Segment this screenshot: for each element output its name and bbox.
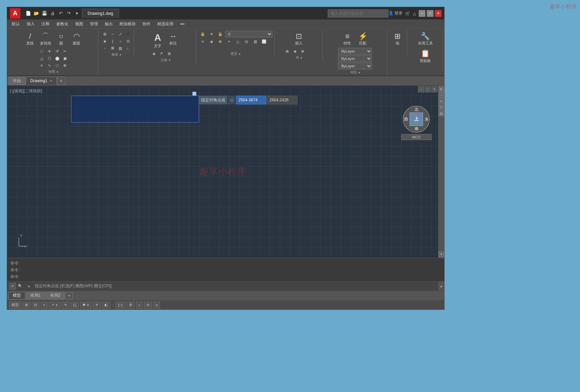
close-button[interactable]: ✕ [435,10,442,17]
tab-add[interactable]: + [57,77,65,85]
transparency-button[interactable]: ◐ [102,302,110,308]
layer-tool2[interactable]: ◈ [208,38,215,45]
layout-tab-layout1[interactable]: 布局1 [26,292,45,299]
layer-tool5[interactable]: △ [234,38,241,45]
menu-default[interactable]: 默认 [8,20,23,28]
draw-tool10[interactable]: ∿ [46,62,53,69]
grid-button[interactable]: ⊞ [23,302,30,308]
qa-dropdown[interactable]: ▾ [73,10,80,17]
draw-tool7[interactable]: ⬤ [54,55,61,62]
login-button[interactable]: 👤 登录 [388,10,402,16]
orbit-button[interactable]: ↺ [439,105,444,110]
zoom-in-btn[interactable]: + [136,302,143,308]
menu-insert[interactable]: 插入 [23,20,38,28]
view-button[interactable]: ▤ [439,111,444,116]
move-tool[interactable]: ✛ [46,48,53,55]
ortho-button[interactable]: ⌖ [41,302,47,308]
layer-tool4[interactable]: ⌖ [225,38,233,45]
selection-handle[interactable] [192,92,196,96]
open-button[interactable]: 📂 [33,10,40,17]
menu-more[interactable]: ••• [177,21,188,28]
layer-icon3[interactable]: 🔓 [217,31,224,37]
menu-btn[interactable]: ≡ [153,302,160,308]
utilities-tool[interactable]: 🔧 实用工具 [417,31,434,47]
annotation-group-label[interactable]: 注释 ▾ [161,57,170,63]
modify-tool5[interactable]: ◈ [101,38,108,44]
zoom-pan-button[interactable]: ⊕ [439,87,444,92]
zoom-out-btn[interactable]: ⊖ [144,302,152,308]
modify-tool9[interactable]: ◦ [101,45,108,52]
modify-tool4[interactable]: ⬛ [124,31,132,37]
coord-x-input[interactable] [236,96,266,104]
cmd-clear-button[interactable]: ✕ [9,283,16,290]
lineweight-button[interactable]: ✕ [93,302,101,308]
save-button[interactable]: 💾 [41,10,48,17]
osnap-button[interactable]: ✕ [62,302,69,308]
layer-tool6[interactable]: ◎ [243,38,250,45]
modify-tool12[interactable]: ∟ [124,45,132,52]
text-tool[interactable]: A 文字 [150,31,165,50]
menu-annotation[interactable]: 注释 [38,20,53,28]
draw-tool8[interactable]: ▣ [61,55,69,62]
match-tool[interactable]: ⚡ 匹配 [355,31,370,47]
otrack-button[interactable]: ◱ [71,302,79,308]
layer-icon2[interactable]: ☀ [208,31,215,37]
model-status[interactable]: 模型 [9,302,21,308]
menu-view[interactable]: 视图 [72,20,87,28]
coord-toggle-icon[interactable]: ⊡ [228,96,235,104]
ann-tool1[interactable]: ◈ [150,51,158,57]
arc-tool[interactable]: ◠ 圆弧 [69,31,84,47]
rect-tool[interactable]: □ [38,48,45,55]
lineweight-select[interactable]: ByLayer [338,63,372,69]
cart-icon[interactable]: 🛒 [405,11,410,16]
layer-tool3[interactable]: ⊕ [217,38,224,45]
cmd-search-button[interactable]: 🔍 [17,283,24,290]
menu-parametric[interactable]: 参数化 [53,20,72,28]
command-input[interactable] [114,284,438,289]
cmd-scroll[interactable]: ▲ [438,282,444,291]
menu-addons[interactable]: 附加模块 [116,20,139,28]
rotate-tool[interactable]: ↺ [54,48,61,55]
circle-tool[interactable]: ○ 圆 [54,31,68,47]
polyline-tool[interactable]: ⌒ 多段线 [38,31,53,47]
dimension-tool[interactable]: ↔ 标注 [166,31,181,47]
dynin-button[interactable]: ✱ ∧ [80,302,92,308]
snap-button[interactable]: ⊟ [32,302,39,308]
menu-featured[interactable]: 精选应用 [154,20,177,28]
layer-tool8[interactable]: ⬜ [260,38,268,45]
modify-tool3[interactable]: ⤢ [117,31,124,37]
layer-tool7[interactable]: ▥ [252,38,259,45]
modify-group-label[interactable]: 修改 ▾ [111,52,121,57]
draw-tool6[interactable]: ⬡ [46,55,53,62]
tab-drawing1-close[interactable]: ✕ [50,79,52,83]
menu-manage[interactable]: 管理 [87,20,101,28]
modify-tool8[interactable]: ⊡ [124,38,132,44]
coord-y-input[interactable] [267,96,297,104]
modify-tool10[interactable]: ⌘ [109,45,116,52]
block-tool3[interactable]: ⊕ [299,48,307,55]
color-select[interactable]: ByLayer [338,48,372,55]
clipboard-tool[interactable]: 📋 剪贴板 [418,48,433,64]
tab-start[interactable]: 开始 [8,77,25,85]
scale-label[interactable]: 1:1 [115,302,125,308]
modify-tool2[interactable]: ↔ [109,31,116,37]
line-tool[interactable]: / 直线 [23,31,37,47]
layer-select[interactable]: 0 [225,31,272,37]
print-button[interactable]: 🖨 [49,10,56,17]
block-tool2[interactable]: ◈ [291,48,299,55]
compass-center[interactable]: 上 [410,112,423,126]
settings-icon[interactable]: △ [413,11,416,16]
properties-group-label[interactable]: 特性 ▾ [350,69,360,75]
layer-icon1[interactable]: 🔒 [199,31,206,37]
maximize-button[interactable]: □ [427,10,433,17]
tab-drawing1[interactable]: Drawing1 ✕ [26,77,57,85]
draw-tool9[interactable]: ≡ [38,62,45,69]
group-tool[interactable]: ⊞ 组 [390,31,405,47]
modify-tool11[interactable]: ▨ [117,45,124,52]
draw-tool11[interactable]: ⬭ [54,62,61,69]
layer-tool1[interactable]: ≡ [199,38,206,45]
polar-button[interactable]: ↗ ∧ [49,302,60,308]
scroll-down-button[interactable]: ▾ [439,252,444,257]
new-button[interactable]: 📄 [25,10,32,17]
menu-output[interactable]: 输出 [101,20,116,28]
